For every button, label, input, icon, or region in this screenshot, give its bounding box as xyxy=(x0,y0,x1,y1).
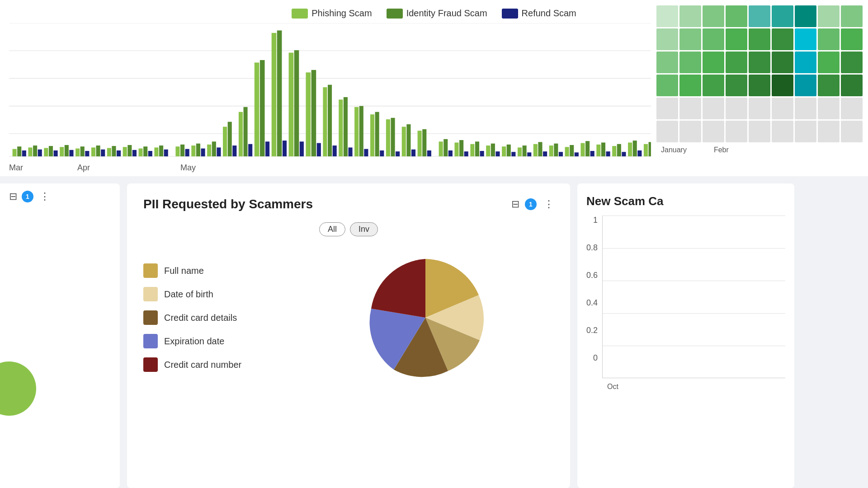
svg-rect-111 xyxy=(580,143,585,157)
svg-rect-88 xyxy=(459,140,463,156)
svg-rect-31 xyxy=(143,146,147,156)
svg-rect-76 xyxy=(391,118,395,156)
legend-identity: Identity Fraud Scam xyxy=(387,8,487,19)
y-label-08: 0.8 xyxy=(586,243,598,253)
svg-rect-115 xyxy=(601,142,605,156)
svg-rect-39 xyxy=(191,145,195,156)
full-name-color xyxy=(143,263,158,278)
svg-rect-27 xyxy=(123,147,127,156)
new-scam-chart-area: Oct xyxy=(602,216,785,378)
svg-rect-30 xyxy=(139,149,143,156)
svg-rect-25 xyxy=(112,146,116,156)
svg-rect-86 xyxy=(448,150,453,156)
heatmap-cell xyxy=(772,98,793,119)
svg-rect-56 xyxy=(283,141,287,156)
legend-credit-card-details: Credit card details xyxy=(143,310,279,325)
grid-line-1 xyxy=(603,216,785,216)
heatmap-cell xyxy=(679,75,701,96)
cc-details-color xyxy=(143,310,158,325)
heatmap-cell xyxy=(841,28,863,50)
svg-rect-100 xyxy=(523,145,527,156)
heatmap-febr: Febr xyxy=(714,146,729,154)
svg-rect-18 xyxy=(75,149,80,156)
svg-rect-48 xyxy=(239,112,243,156)
pie-cc-number xyxy=(371,259,425,318)
svg-rect-26 xyxy=(117,150,121,156)
svg-rect-49 xyxy=(244,107,248,156)
svg-rect-54 xyxy=(272,33,277,156)
heatmap-cell xyxy=(679,98,701,119)
heatmap-cell xyxy=(749,28,770,50)
svg-rect-91 xyxy=(475,141,479,156)
svg-rect-50 xyxy=(248,144,252,156)
left-filter-icon[interactable]: ⊟ xyxy=(9,191,17,202)
month-apr: Apr xyxy=(77,163,90,173)
heatmap-cell xyxy=(726,75,747,96)
identity-label: Identity Fraud Scam xyxy=(406,8,487,19)
svg-rect-71 xyxy=(364,149,368,156)
svg-rect-99 xyxy=(518,147,522,156)
pii-filter-icon[interactable]: ⊟ xyxy=(511,198,519,210)
heatmap-cell xyxy=(679,5,701,27)
svg-rect-101 xyxy=(527,152,531,156)
heatmap-cell xyxy=(795,28,816,50)
cc-details-label: Credit card details xyxy=(164,313,237,323)
svg-rect-24 xyxy=(107,148,111,156)
heatmap-cell xyxy=(726,5,747,27)
y-label-04: 0.4 xyxy=(586,298,598,308)
new-scam-panel: New Scam Ca 1 0.8 0.6 0.4 0.2 0 Oct xyxy=(577,183,794,488)
svg-rect-92 xyxy=(480,151,484,156)
left-panel: ⊟ 1 ⋮ xyxy=(0,183,120,488)
pii-filter-all[interactable]: All xyxy=(319,222,345,236)
heatmap-cell xyxy=(795,52,816,73)
svg-rect-53 xyxy=(265,141,269,156)
legend-refund: Refund Scam xyxy=(502,8,576,19)
svg-rect-45 xyxy=(223,127,227,157)
phishing-color xyxy=(292,9,308,19)
svg-rect-13 xyxy=(49,146,53,156)
svg-rect-107 xyxy=(559,152,563,156)
heatmap-cell xyxy=(749,98,770,119)
left-more-icon[interactable]: ⋮ xyxy=(40,191,50,202)
svg-rect-113 xyxy=(590,151,594,156)
legend-phishing: Phishing Scam xyxy=(292,8,372,19)
svg-rect-118 xyxy=(617,144,621,156)
heatmap-cell xyxy=(772,52,793,73)
svg-rect-72 xyxy=(370,114,374,156)
svg-rect-60 xyxy=(306,72,311,156)
heatmap-cell xyxy=(679,28,701,50)
heatmap-cell xyxy=(726,52,747,73)
svg-rect-69 xyxy=(354,107,359,156)
svg-rect-66 xyxy=(339,99,343,156)
svg-rect-114 xyxy=(596,145,600,156)
svg-rect-95 xyxy=(495,151,500,156)
identity-color xyxy=(387,9,403,19)
svg-rect-120 xyxy=(628,142,632,156)
svg-rect-62 xyxy=(317,143,321,157)
heatmap-cell xyxy=(818,28,840,50)
svg-rect-34 xyxy=(159,145,163,156)
grid-line-06 xyxy=(603,281,785,281)
svg-rect-77 xyxy=(396,151,400,156)
heatmap-cell xyxy=(818,52,840,73)
svg-rect-85 xyxy=(443,139,448,156)
pii-filter-inv[interactable]: Inv xyxy=(350,222,378,236)
heatmap-cell xyxy=(795,98,816,119)
svg-rect-38 xyxy=(185,149,189,156)
svg-rect-110 xyxy=(575,152,579,156)
heatmap-cell xyxy=(703,75,724,96)
svg-rect-15 xyxy=(60,147,64,156)
pii-more-icon[interactable]: ⋮ xyxy=(544,198,554,210)
y-label-06: 0.6 xyxy=(586,271,598,280)
svg-rect-21 xyxy=(91,147,95,156)
heatmap-cell xyxy=(772,75,793,96)
legend-full-name: Full name xyxy=(143,263,279,278)
svg-rect-65 xyxy=(333,145,337,156)
svg-rect-42 xyxy=(207,145,211,156)
pie-chart-container xyxy=(297,250,554,385)
svg-rect-84 xyxy=(439,141,443,156)
svg-rect-51 xyxy=(255,62,259,156)
march-bars xyxy=(13,145,168,156)
svg-rect-82 xyxy=(422,129,426,156)
bottom-section: ⊟ 1 ⋮ PII Requested by Scammers ⊟ 1 ⋮ Al… xyxy=(0,183,868,488)
